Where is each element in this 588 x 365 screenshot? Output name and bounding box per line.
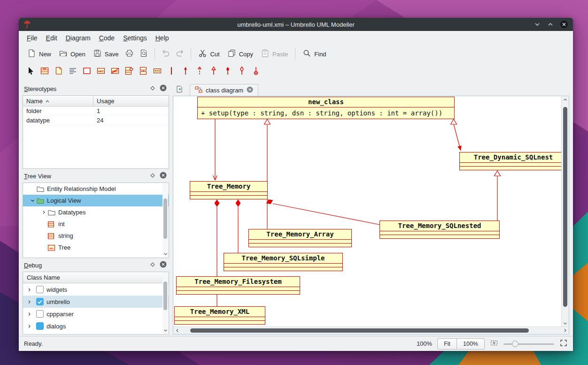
copy-button[interactable]: Copy: [224, 47, 257, 61]
debug-item-widgets[interactable]: widgets: [23, 283, 169, 296]
table-row[interactable]: folder 1: [23, 106, 169, 116]
box-tool-button[interactable]: [80, 65, 94, 79]
uml-class-Tree_Memory_Filesystem[interactable]: Tree_Memory_Filesystem: [176, 276, 300, 295]
scrollbar-thumb[interactable]: [163, 198, 167, 239]
undo-button[interactable]: [158, 47, 173, 61]
scrollbar-track[interactable]: [562, 103, 569, 320]
containment-tool-button[interactable]: [249, 65, 263, 79]
chevron-right-icon[interactable]: [25, 287, 33, 292]
chevron-right-icon[interactable]: [25, 299, 33, 304]
table-row[interactable]: datatype 24: [23, 116, 169, 125]
uml-class-Tree_Dynamic_SQLnest[interactable]: Tree_Dynamic_SQLnest: [459, 152, 561, 170]
uni-association-tool-button[interactable]: [178, 65, 193, 79]
tree-item-logical-view[interactable]: Logical View: [23, 195, 169, 206]
debug-scrollbar[interactable]: [162, 273, 168, 334]
template-class-tool-button[interactable]: [122, 65, 136, 79]
scroll-down-icon[interactable]: [163, 251, 168, 257]
class-tool-button[interactable]: xyz: [38, 65, 52, 79]
canvas-horizontal-scrollbar[interactable]: [173, 327, 569, 334]
menu-help[interactable]: Help: [151, 32, 173, 44]
cut-button[interactable]: Cut: [194, 47, 223, 61]
column-header-class-name[interactable]: Class Name: [23, 272, 169, 283]
zoom-select-icon[interactable]: [490, 339, 498, 349]
interface-tool-button[interactable]: [52, 65, 66, 79]
tree-view-panel-header[interactable]: Tree View: [23, 171, 169, 181]
maximize-icon[interactable]: [547, 21, 554, 28]
chevron-right-icon[interactable]: [40, 210, 48, 215]
chevron-right-icon[interactable]: [25, 324, 33, 329]
save-button[interactable]: Save: [89, 47, 123, 61]
dependency-tool-button[interactable]: [193, 65, 207, 79]
category-tool-button[interactable]: XYZ: [150, 65, 164, 79]
generalization-tool-button[interactable]: [207, 65, 221, 79]
close-panel-icon[interactable]: [160, 261, 167, 269]
tree-item-datatypes[interactable]: Datatypes: [23, 206, 169, 218]
debug-item-cppparser[interactable]: cppparser: [23, 308, 169, 320]
tab-class-diagram[interactable]: class diagram: [190, 84, 258, 96]
checkbox-unchecked[interactable]: [36, 310, 44, 318]
float-panel-icon[interactable]: [150, 262, 155, 269]
tree-item-entity-relationship-model[interactable]: Entity Relationship Model: [23, 183, 169, 195]
uml-class-Tree_Memory_SQLnested[interactable]: Tree_Memory_SQLnested: [379, 221, 500, 239]
scrollbar-thumb[interactable]: [190, 328, 529, 333]
checkbox-checked[interactable]: [36, 298, 44, 305]
close-panel-icon[interactable]: [160, 172, 167, 180]
tree-item-tree[interactable]: xyz Tree: [23, 242, 169, 253]
zoom-fit-button[interactable]: Fit: [437, 338, 457, 350]
scroll-down-icon[interactable]: [562, 320, 569, 327]
label-tool-button[interactable]: ABC: [108, 65, 122, 79]
scrollbar-track[interactable]: [181, 327, 561, 334]
menu-file[interactable]: File: [23, 32, 42, 44]
uml-class-Tree_Memory_SQLsimple[interactable]: Tree_Memory_SQLsimple: [224, 253, 343, 271]
pointer-tool-button[interactable]: [23, 65, 38, 79]
debug-item-dialogs[interactable]: dialogs: [23, 320, 169, 332]
column-header-usage[interactable]: Usage: [93, 96, 169, 106]
debug-panel-header[interactable]: Debug: [23, 260, 169, 270]
stereotypes-panel-header[interactable]: Stereotypes: [23, 84, 169, 94]
new-tab-button[interactable]: [174, 84, 185, 96]
tree-item-int[interactable]: int: [23, 218, 169, 230]
tree-item-string[interactable]: string: [23, 230, 169, 242]
canvas-vertical-scrollbar[interactable]: [561, 96, 569, 327]
paste-button[interactable]: Paste: [257, 47, 292, 61]
tree-view-scrollbar[interactable]: [162, 183, 168, 257]
scrollbar-track[interactable]: [162, 183, 168, 251]
text-lines-tool-button[interactable]: [66, 65, 80, 79]
print-button[interactable]: [122, 47, 137, 61]
menu-settings[interactable]: Settings: [119, 32, 151, 44]
scroll-up-icon[interactable]: [562, 96, 569, 103]
window-titlebar[interactable]: umbrello-uml.xmi – Umbrello UML Modeller: [19, 18, 573, 31]
uml-class-Tree_Memory_Array[interactable]: Tree_Memory_Array: [248, 229, 352, 247]
scroll-right-icon[interactable]: [561, 327, 569, 334]
float-panel-icon[interactable]: [150, 173, 155, 180]
column-header-name[interactable]: Name: [23, 96, 93, 106]
debug-item-umbrello[interactable]: umbrello: [23, 296, 169, 308]
entity-tool-button[interactable]: [136, 65, 150, 79]
tab-close-icon[interactable]: [247, 86, 253, 94]
shade-icon[interactable]: [534, 21, 541, 28]
uml-class-Tree_Memory_XML[interactable]: Tree_Memory_XML: [174, 306, 265, 325]
open-button[interactable]: Open: [55, 47, 89, 61]
scroll-down-icon[interactable]: [163, 327, 168, 334]
float-panel-icon[interactable]: [150, 85, 155, 92]
zoom-100-button[interactable]: 100%: [456, 338, 485, 350]
diagram-canvas[interactable]: new_class+ setup(type : string, dsn : st…: [173, 96, 561, 327]
new-button[interactable]: New: [23, 47, 55, 61]
chevron-down-icon[interactable]: [29, 198, 37, 203]
zoom-slider-handle[interactable]: [512, 341, 518, 347]
note-tool-button[interactable]: ABC: [94, 65, 108, 79]
composition-tool-button[interactable]: [221, 65, 235, 79]
anchor-line-tool-button[interactable]: [164, 65, 178, 79]
close-panel-icon[interactable]: [160, 84, 167, 93]
chevron-right-icon[interactable]: [25, 312, 33, 317]
aggregation-tool-button[interactable]: [235, 65, 249, 79]
menu-code[interactable]: Code: [95, 32, 119, 44]
print-preview-button[interactable]: [137, 47, 151, 61]
checkbox-partially-checked[interactable]: [36, 322, 44, 330]
uml-class-new_class[interactable]: new_class+ setup(type : string, dsn : st…: [197, 97, 455, 119]
menu-edit[interactable]: Edit: [42, 32, 62, 44]
close-icon[interactable]: [560, 20, 568, 29]
scrollbar-track[interactable]: [162, 273, 168, 327]
find-button[interactable]: Find: [299, 47, 330, 61]
redo-button[interactable]: [173, 47, 187, 61]
